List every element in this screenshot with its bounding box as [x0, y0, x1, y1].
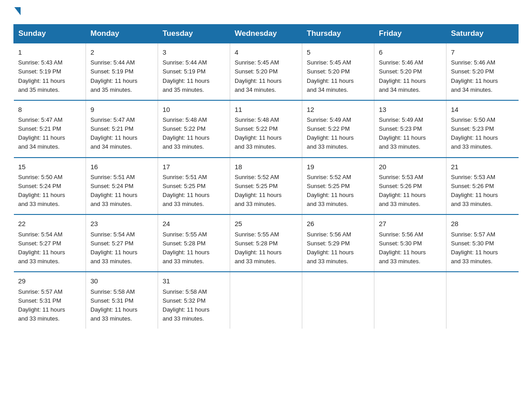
calendar-cell: 4Sunrise: 5:45 AMSunset: 5:20 PMDaylight…	[230, 43, 302, 100]
day-info: Sunrise: 5:55 AMSunset: 5:28 PMDaylight:…	[235, 231, 282, 265]
weekday-header-tuesday: Tuesday	[158, 25, 230, 43]
day-info: Sunrise: 5:46 AMSunset: 5:20 PMDaylight:…	[379, 59, 426, 93]
calendar-week-row: 1Sunrise: 5:43 AMSunset: 5:19 PMDaylight…	[14, 43, 519, 100]
day-info: Sunrise: 5:51 AMSunset: 5:25 PMDaylight:…	[163, 174, 210, 207]
calendar-cell: 13Sunrise: 5:49 AMSunset: 5:23 PMDayligh…	[374, 100, 446, 158]
calendar-table: SundayMondayTuesdayWednesdayThursdayFrid…	[13, 24, 519, 329]
day-info: Sunrise: 5:50 AMSunset: 5:24 PMDaylight:…	[18, 174, 65, 207]
day-number: 12	[307, 104, 369, 115]
day-number: 24	[163, 218, 225, 229]
day-info: Sunrise: 5:47 AMSunset: 5:21 PMDaylight:…	[18, 116, 65, 150]
day-number: 21	[451, 162, 514, 172]
calendar-cell	[374, 272, 446, 329]
weekday-header-sunday: Sunday	[14, 25, 86, 43]
calendar-body: 1Sunrise: 5:43 AMSunset: 5:19 PMDaylight…	[14, 43, 519, 329]
calendar-cell	[302, 272, 374, 329]
day-info: Sunrise: 5:57 AMSunset: 5:31 PMDaylight:…	[18, 288, 65, 322]
day-number: 13	[379, 104, 442, 115]
calendar-cell: 11Sunrise: 5:48 AMSunset: 5:22 PMDayligh…	[230, 100, 302, 158]
day-info: Sunrise: 5:44 AMSunset: 5:19 PMDaylight:…	[90, 59, 137, 93]
calendar-cell: 5Sunrise: 5:45 AMSunset: 5:20 PMDaylight…	[302, 43, 374, 100]
day-info: Sunrise: 5:53 AMSunset: 5:26 PMDaylight:…	[379, 174, 426, 207]
day-info: Sunrise: 5:53 AMSunset: 5:26 PMDaylight:…	[451, 174, 498, 207]
day-info: Sunrise: 5:48 AMSunset: 5:22 PMDaylight:…	[235, 116, 282, 150]
calendar-cell: 28Sunrise: 5:57 AMSunset: 5:30 PMDayligh…	[446, 214, 519, 272]
day-number: 18	[235, 162, 297, 172]
weekday-header-wednesday: Wednesday	[230, 25, 302, 43]
day-info: Sunrise: 5:52 AMSunset: 5:25 PMDaylight:…	[307, 174, 354, 207]
calendar-cell: 18Sunrise: 5:52 AMSunset: 5:25 PMDayligh…	[230, 158, 302, 215]
calendar-cell: 6Sunrise: 5:46 AMSunset: 5:20 PMDaylight…	[374, 43, 446, 100]
weekday-row: SundayMondayTuesdayWednesdayThursdayFrid…	[14, 25, 519, 43]
logo	[13, 9, 21, 17]
calendar-cell: 15Sunrise: 5:50 AMSunset: 5:24 PMDayligh…	[14, 158, 86, 215]
calendar-week-row: 8Sunrise: 5:47 AMSunset: 5:21 PMDaylight…	[14, 100, 519, 158]
day-info: Sunrise: 5:44 AMSunset: 5:19 PMDaylight:…	[163, 59, 210, 93]
day-number: 22	[18, 218, 82, 229]
day-number: 31	[163, 276, 225, 286]
day-number: 25	[235, 218, 297, 229]
day-info: Sunrise: 5:56 AMSunset: 5:29 PMDaylight:…	[307, 231, 354, 265]
calendar-cell: 7Sunrise: 5:46 AMSunset: 5:20 PMDaylight…	[446, 43, 519, 100]
calendar-week-row: 15Sunrise: 5:50 AMSunset: 5:24 PMDayligh…	[14, 158, 519, 215]
day-info: Sunrise: 5:48 AMSunset: 5:22 PMDaylight:…	[163, 116, 210, 150]
day-info: Sunrise: 5:55 AMSunset: 5:28 PMDaylight:…	[163, 231, 210, 265]
calendar-cell: 14Sunrise: 5:50 AMSunset: 5:23 PMDayligh…	[446, 100, 519, 158]
calendar-week-row: 22Sunrise: 5:54 AMSunset: 5:27 PMDayligh…	[14, 214, 519, 272]
calendar-cell: 17Sunrise: 5:51 AMSunset: 5:25 PMDayligh…	[158, 158, 230, 215]
calendar-cell: 19Sunrise: 5:52 AMSunset: 5:25 PMDayligh…	[302, 158, 374, 215]
calendar-cell	[230, 272, 302, 329]
day-number: 14	[451, 104, 514, 115]
day-number: 16	[90, 162, 153, 172]
day-info: Sunrise: 5:45 AMSunset: 5:20 PMDaylight:…	[307, 59, 354, 93]
calendar-cell: 29Sunrise: 5:57 AMSunset: 5:31 PMDayligh…	[14, 272, 86, 329]
calendar-cell: 9Sunrise: 5:47 AMSunset: 5:21 PMDaylight…	[86, 100, 158, 158]
day-info: Sunrise: 5:57 AMSunset: 5:30 PMDaylight:…	[451, 231, 498, 265]
day-info: Sunrise: 5:54 AMSunset: 5:27 PMDaylight:…	[90, 231, 137, 265]
calendar-cell: 26Sunrise: 5:56 AMSunset: 5:29 PMDayligh…	[302, 214, 374, 272]
day-info: Sunrise: 5:56 AMSunset: 5:30 PMDaylight:…	[379, 231, 426, 265]
day-info: Sunrise: 5:43 AMSunset: 5:19 PMDaylight:…	[18, 59, 65, 93]
day-number: 10	[163, 104, 225, 115]
calendar-cell: 16Sunrise: 5:51 AMSunset: 5:24 PMDayligh…	[86, 158, 158, 215]
day-number: 9	[90, 104, 153, 115]
day-info: Sunrise: 5:51 AMSunset: 5:24 PMDaylight:…	[90, 174, 137, 207]
weekday-header-friday: Friday	[374, 25, 446, 43]
day-number: 1	[18, 47, 82, 57]
calendar-cell: 3Sunrise: 5:44 AMSunset: 5:19 PMDaylight…	[158, 43, 230, 100]
day-info: Sunrise: 5:54 AMSunset: 5:27 PMDaylight:…	[18, 231, 65, 265]
weekday-header-monday: Monday	[86, 25, 158, 43]
day-number: 19	[307, 162, 369, 172]
day-number: 6	[379, 47, 442, 57]
calendar-cell: 31Sunrise: 5:58 AMSunset: 5:32 PMDayligh…	[158, 272, 230, 329]
calendar-cell: 10Sunrise: 5:48 AMSunset: 5:22 PMDayligh…	[158, 100, 230, 158]
day-number: 8	[18, 104, 82, 115]
calendar-cell: 1Sunrise: 5:43 AMSunset: 5:19 PMDaylight…	[14, 43, 86, 100]
day-number: 3	[163, 47, 225, 57]
calendar-header: SundayMondayTuesdayWednesdayThursdayFrid…	[14, 25, 519, 43]
day-info: Sunrise: 5:45 AMSunset: 5:20 PMDaylight:…	[235, 59, 282, 93]
day-number: 11	[235, 104, 297, 115]
calendar-cell: 8Sunrise: 5:47 AMSunset: 5:21 PMDaylight…	[14, 100, 86, 158]
calendar-cell	[446, 272, 519, 329]
calendar-cell: 12Sunrise: 5:49 AMSunset: 5:22 PMDayligh…	[302, 100, 374, 158]
calendar-week-row: 29Sunrise: 5:57 AMSunset: 5:31 PMDayligh…	[14, 272, 519, 329]
day-number: 2	[90, 47, 153, 57]
day-number: 4	[235, 47, 297, 57]
day-number: 15	[18, 162, 82, 172]
day-info: Sunrise: 5:58 AMSunset: 5:31 PMDaylight:…	[90, 288, 137, 322]
calendar-cell: 21Sunrise: 5:53 AMSunset: 5:26 PMDayligh…	[446, 158, 519, 215]
day-number: 23	[90, 218, 153, 229]
day-info: Sunrise: 5:50 AMSunset: 5:23 PMDaylight:…	[451, 116, 498, 150]
calendar-cell: 2Sunrise: 5:44 AMSunset: 5:19 PMDaylight…	[86, 43, 158, 100]
calendar-cell: 24Sunrise: 5:55 AMSunset: 5:28 PMDayligh…	[158, 214, 230, 272]
day-number: 26	[307, 218, 369, 229]
day-info: Sunrise: 5:46 AMSunset: 5:20 PMDaylight:…	[451, 59, 498, 93]
day-number: 17	[163, 162, 225, 172]
day-info: Sunrise: 5:58 AMSunset: 5:32 PMDaylight:…	[163, 288, 210, 322]
calendar-cell: 27Sunrise: 5:56 AMSunset: 5:30 PMDayligh…	[374, 214, 446, 272]
day-number: 20	[379, 162, 442, 172]
calendar-cell: 30Sunrise: 5:58 AMSunset: 5:31 PMDayligh…	[86, 272, 158, 329]
page-header	[13, 9, 519, 17]
day-info: Sunrise: 5:49 AMSunset: 5:22 PMDaylight:…	[307, 116, 354, 150]
